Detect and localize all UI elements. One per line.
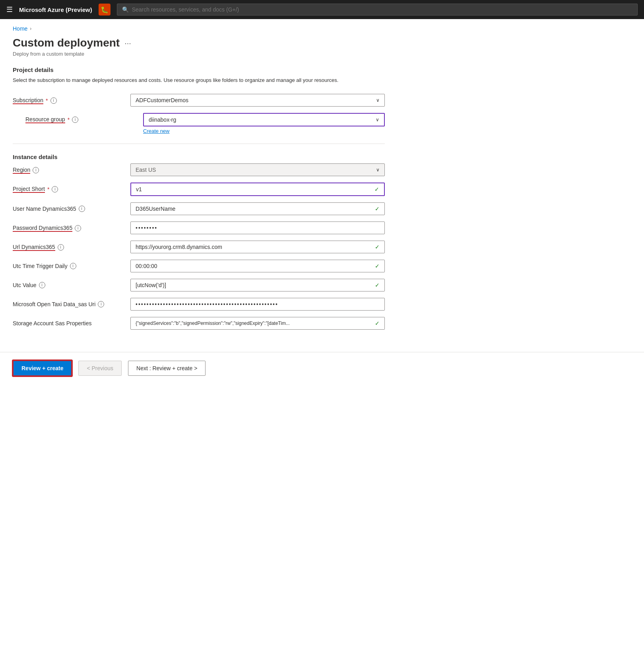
breadcrumb: Home › xyxy=(13,25,385,32)
region-value: East US xyxy=(136,167,156,173)
utc-trigger-check: ✓ xyxy=(375,263,380,269)
utc-value-label-col: Utc Value i xyxy=(13,279,124,288)
review-create-button[interactable]: Review + create xyxy=(13,360,72,376)
project-short-check: ✓ xyxy=(374,186,379,192)
page-subtitle: Deploy from a custom template xyxy=(13,51,385,57)
password-control: •••••••• xyxy=(130,221,385,234)
username-check: ✓ xyxy=(375,206,380,212)
page-more-options[interactable]: ··· xyxy=(124,39,131,48)
username-control: D365UserName ✓ xyxy=(130,202,385,215)
username-label: User Name Dynamics365 i xyxy=(13,206,124,212)
storage-check: ✓ xyxy=(375,320,380,326)
subscription-row: Subscription * i ADFCustomerDemos ∨ xyxy=(13,94,385,107)
breadcrumb-separator: › xyxy=(30,26,31,31)
resource-group-label-text: Resource group xyxy=(25,116,65,123)
previous-button[interactable]: < Previous xyxy=(78,361,122,376)
url-label-col: Url Dynamics365 i xyxy=(13,241,124,251)
utc-trigger-label-text: Utc Time Trigger Daily xyxy=(13,263,68,269)
url-row: Url Dynamics365 i https://yourorg.crm8.d… xyxy=(13,241,385,253)
taxi-info-icon[interactable]: i xyxy=(98,301,104,307)
resource-group-select[interactable]: diinabox-rg ∨ xyxy=(143,113,385,126)
utc-value-label: Utc Value i xyxy=(13,282,124,288)
url-label: Url Dynamics365 i xyxy=(13,244,124,251)
taxi-row: Microsoft Open Taxi Data_sas Uri i •••••… xyxy=(13,298,385,311)
region-label-col: Region i xyxy=(13,163,124,174)
resource-group-label-col: Resource group * i xyxy=(25,113,137,123)
storage-value: {"signedServices":"b","signedPermission"… xyxy=(136,321,290,326)
storage-control: {"signedServices":"b","signedPermission"… xyxy=(130,317,385,330)
taxi-label: Microsoft Open Taxi Data_sas Uri i xyxy=(13,301,124,307)
page-title: Custom deployment xyxy=(13,37,120,49)
utc-trigger-info-icon[interactable]: i xyxy=(70,263,76,269)
utc-value-label-text: Utc Value xyxy=(13,282,37,288)
password-label-text: Password Dynamics365 xyxy=(13,225,72,232)
section-divider xyxy=(13,144,385,144)
url-check: ✓ xyxy=(375,244,380,250)
menu-icon[interactable]: ☰ xyxy=(6,5,13,14)
subscription-label-col: Subscription * i xyxy=(13,94,124,104)
resource-group-row: Resource group * i diinabox-rg ∨ Create … xyxy=(25,113,385,134)
username-field[interactable]: D365UserName ✓ xyxy=(130,202,385,215)
url-info-icon[interactable]: i xyxy=(58,244,64,251)
username-info-icon[interactable]: i xyxy=(79,206,85,212)
utc-value-value: [utcNow('d')] xyxy=(136,282,166,288)
password-field[interactable]: •••••••• xyxy=(130,221,385,234)
region-select[interactable]: East US ∨ xyxy=(130,163,385,176)
search-input[interactable] xyxy=(132,6,632,13)
utc-trigger-control: 00:00:00 ✓ xyxy=(130,260,385,272)
resource-group-label: Resource group * i xyxy=(25,116,137,123)
project-short-label: Project Short * i xyxy=(13,186,124,193)
taxi-label-col: Microsoft Open Taxi Data_sas Uri i xyxy=(13,298,124,307)
utc-trigger-row: Utc Time Trigger Daily i 00:00:00 ✓ xyxy=(13,260,385,272)
storage-row: Storage Account Sas Properties {"signedS… xyxy=(13,317,385,330)
search-bar[interactable]: 🔍 xyxy=(117,4,638,16)
project-short-required: * xyxy=(47,186,49,192)
region-info-icon[interactable]: i xyxy=(33,167,39,173)
breadcrumb-home[interactable]: Home xyxy=(13,25,27,32)
password-value: •••••••• xyxy=(136,225,157,231)
password-label: Password Dynamics365 i xyxy=(13,225,124,232)
project-details-desc: Select the subscription to manage deploy… xyxy=(13,76,385,84)
taxi-label-text: Microsoft Open Taxi Data_sas Uri xyxy=(13,301,95,307)
project-short-label-text: Project Short xyxy=(13,186,45,193)
app-title: Microsoft Azure (Preview) xyxy=(19,6,92,13)
project-short-label-col: Project Short * i xyxy=(13,183,124,193)
password-info-icon[interactable]: i xyxy=(75,225,81,231)
url-field[interactable]: https://yourorg.crm8.dynamics.com ✓ xyxy=(130,241,385,253)
username-label-text: User Name Dynamics365 xyxy=(13,206,76,212)
next-button[interactable]: Next : Review + create > xyxy=(128,361,206,376)
instance-details-title: Instance details xyxy=(13,153,385,160)
utc-trigger-label-col: Utc Time Trigger Daily i xyxy=(13,260,124,269)
project-short-info-icon[interactable]: i xyxy=(52,186,58,192)
bug-icon[interactable]: 🐛 xyxy=(99,4,111,16)
storage-field[interactable]: {"signedServices":"b","signedPermission"… xyxy=(130,317,385,330)
subscription-value: ADFCustomerDemos xyxy=(136,97,188,103)
utc-value-field[interactable]: [utcNow('d')] ✓ xyxy=(130,279,385,291)
url-label-text: Url Dynamics365 xyxy=(13,244,55,251)
utc-value-info-icon[interactable]: i xyxy=(39,282,45,288)
taxi-field[interactable]: ••••••••••••••••••••••••••••••••••••••••… xyxy=(130,298,385,311)
storage-label-text: Storage Account Sas Properties xyxy=(13,320,91,326)
subscription-chevron: ∨ xyxy=(376,97,380,103)
resource-group-chevron: ∨ xyxy=(376,117,379,122)
subscription-label-text: Subscription xyxy=(13,97,43,104)
topbar: ☰ Microsoft Azure (Preview) 🐛 🔍 xyxy=(0,0,644,19)
resource-group-info-icon[interactable]: i xyxy=(72,117,78,123)
subscription-info-icon[interactable]: i xyxy=(50,97,57,104)
create-new-link[interactable]: Create new xyxy=(143,128,169,134)
project-short-value: v1 xyxy=(136,186,142,192)
password-row: Password Dynamics365 i •••••••• xyxy=(13,221,385,234)
subscription-control: ADFCustomerDemos ∨ xyxy=(130,94,385,107)
subscription-required: * xyxy=(46,97,48,104)
utc-trigger-value: 00:00:00 xyxy=(136,263,157,269)
password-label-col: Password Dynamics365 i xyxy=(13,221,124,232)
main-content: Home › Custom deployment ··· Deploy from… xyxy=(0,19,398,352)
utc-trigger-field[interactable]: 00:00:00 ✓ xyxy=(130,260,385,272)
project-details-title: Project details xyxy=(13,66,385,73)
region-row: Region i East US ∨ xyxy=(13,163,385,176)
resource-group-control: diinabox-rg ∨ Create new xyxy=(143,113,385,134)
url-control: https://yourorg.crm8.dynamics.com ✓ xyxy=(130,241,385,253)
subscription-select[interactable]: ADFCustomerDemos ∨ xyxy=(130,94,385,107)
project-short-field[interactable]: v1 ✓ xyxy=(130,183,385,196)
region-label: Region i xyxy=(13,167,124,174)
